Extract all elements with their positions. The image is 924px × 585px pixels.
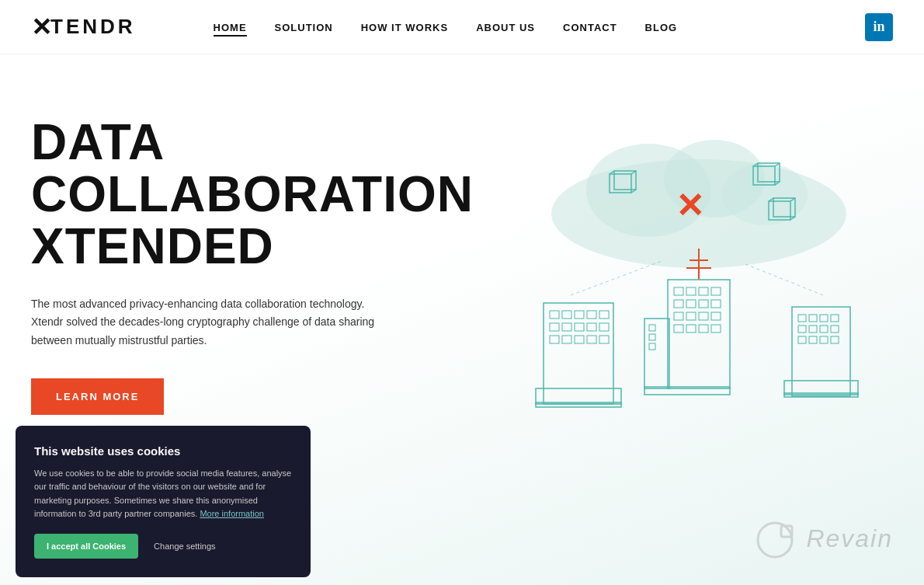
svg-rect-22: [575, 311, 584, 319]
svg-rect-26: [562, 323, 571, 331]
svg-rect-40: [668, 280, 730, 388]
svg-rect-66: [831, 315, 839, 322]
svg-rect-42: [686, 287, 696, 295]
svg-line-79: [745, 264, 823, 295]
svg-rect-29: [599, 323, 609, 331]
svg-rect-70: [831, 326, 839, 333]
svg-rect-69: [820, 326, 828, 333]
nav-item-home[interactable]: HOME: [214, 22, 247, 37]
svg-rect-36: [536, 402, 621, 407]
nav-item-solution[interactable]: SOLUTION: [275, 22, 333, 33]
svg-rect-71: [798, 336, 806, 343]
svg-rect-49: [674, 312, 683, 320]
svg-rect-43: [699, 287, 708, 295]
logo[interactable]: ✕ TENDR: [31, 12, 136, 42]
svg-rect-45: [674, 300, 683, 308]
svg-rect-63: [798, 315, 806, 322]
nav-item-contact[interactable]: CONTACT: [563, 22, 617, 33]
svg-rect-21: [562, 311, 571, 319]
svg-rect-54: [686, 325, 696, 333]
hero-title: DATA COLLABORATION XTENDED: [31, 117, 435, 273]
cookie-more-info-link[interactable]: More information: [200, 509, 264, 518]
svg-rect-20: [550, 311, 559, 319]
svg-rect-28: [587, 323, 596, 331]
svg-rect-33: [587, 336, 596, 343]
cookie-banner: This website uses cookies We use cookies…: [16, 426, 311, 577]
svg-rect-31: [562, 336, 571, 343]
building-left: [536, 303, 621, 407]
logo-text: TENDR: [50, 15, 136, 39]
svg-rect-65: [820, 315, 828, 322]
svg-rect-74: [831, 336, 839, 343]
svg-rect-25: [550, 323, 559, 331]
svg-rect-41: [674, 287, 683, 295]
cookie-text: We use cookies to be able to provide soc…: [34, 467, 292, 521]
x-mark: ✕: [676, 186, 704, 225]
svg-rect-24: [599, 311, 609, 319]
svg-rect-44: [711, 287, 721, 295]
svg-rect-23: [587, 311, 596, 319]
learn-more-button[interactable]: LEARN MORE: [31, 378, 164, 415]
cookie-actions: I accept all Cookies Change settings: [34, 534, 292, 559]
navigation: ✕ TENDR HOME SOLUTION HOW IT WORKS ABOUT…: [0, 0, 924, 54]
building-right: [784, 307, 858, 397]
linkedin-icon[interactable]: in: [865, 13, 893, 41]
svg-rect-53: [674, 325, 683, 333]
cookie-title: This website uses cookies: [34, 444, 292, 458]
svg-rect-52: [711, 312, 721, 320]
revain-logo-icon: [753, 515, 800, 562]
svg-rect-55: [699, 325, 708, 333]
revain-watermark: Revain: [753, 515, 893, 562]
nav-item-about-us[interactable]: ABOUT US: [476, 22, 535, 33]
svg-rect-51: [699, 312, 708, 320]
nav-item-how-it-works[interactable]: HOW IT WORKS: [361, 22, 448, 33]
svg-rect-34: [599, 336, 609, 343]
svg-line-77: [571, 260, 664, 295]
svg-rect-73: [820, 336, 828, 343]
building-middle: [644, 249, 730, 395]
svg-rect-47: [699, 300, 708, 308]
svg-rect-27: [575, 323, 584, 331]
svg-rect-72: [809, 336, 817, 343]
nav-links: HOME SOLUTION HOW IT WORKS ABOUT US CONT…: [214, 20, 678, 34]
svg-rect-35: [536, 388, 621, 404]
svg-rect-64: [809, 315, 817, 322]
hero-description: The most advanced privacy-enhancing data…: [31, 295, 388, 350]
svg-rect-50: [686, 312, 696, 320]
svg-rect-60: [649, 343, 655, 350]
svg-point-80: [758, 523, 792, 557]
svg-rect-62: [792, 307, 850, 396]
hero-svg: ✕: [458, 78, 924, 466]
svg-rect-67: [798, 326, 806, 333]
nav-item-blog[interactable]: BLOG: [645, 22, 678, 33]
hero-section: DATA COLLABORATION XTENDED The most adva…: [0, 54, 924, 585]
svg-rect-57: [644, 319, 669, 388]
svg-rect-48: [711, 300, 721, 308]
svg-rect-46: [686, 300, 696, 308]
accept-cookies-button[interactable]: I accept all Cookies: [34, 534, 138, 559]
nav-right: in: [865, 13, 893, 41]
svg-rect-32: [575, 336, 584, 343]
revain-text: Revain: [806, 524, 893, 553]
svg-rect-58: [649, 325, 655, 331]
svg-rect-68: [809, 326, 817, 333]
svg-rect-59: [649, 334, 655, 340]
svg-rect-56: [711, 325, 721, 333]
change-settings-button[interactable]: Change settings: [154, 541, 216, 551]
hero-content: DATA COLLABORATION XTENDED The most adva…: [31, 101, 435, 415]
hero-illustration: ✕: [458, 78, 924, 466]
logo-symbol: ✕: [31, 12, 49, 42]
svg-rect-30: [550, 336, 559, 343]
